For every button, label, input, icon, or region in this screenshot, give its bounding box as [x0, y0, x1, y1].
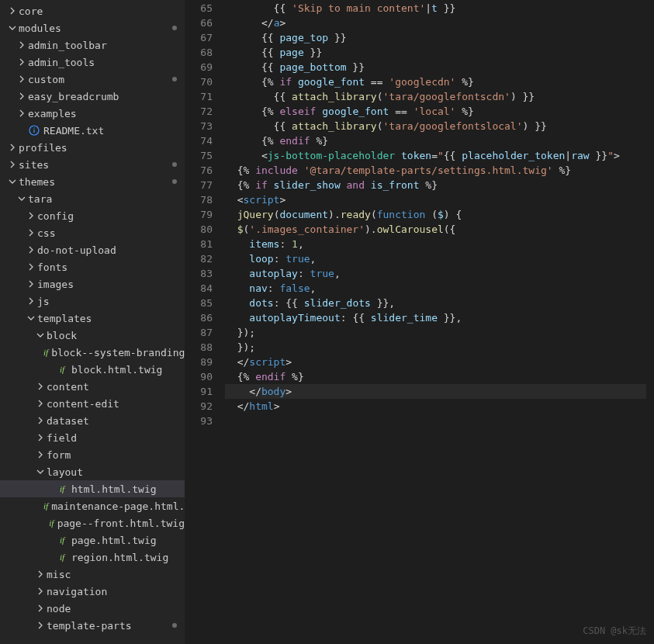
file-item[interactable]: README.txt — [0, 122, 185, 139]
code-line[interactable]: }); — [225, 340, 646, 355]
code-line[interactable]: nav: false, — [225, 281, 646, 296]
code-line[interactable]: {% endif %} — [225, 133, 646, 148]
folder-item[interactable]: templates — [0, 310, 185, 327]
folder-item[interactable]: layout — [0, 463, 185, 480]
folder-item[interactable]: modules — [0, 19, 185, 36]
chevron-down-icon[interactable] — [6, 24, 19, 32]
code-line[interactable]: {% if slider_show and is_front %} — [225, 178, 646, 192]
file-item[interactable]: ifhtml.html.twig — [0, 480, 185, 497]
folder-item[interactable]: navigation — [0, 583, 185, 600]
chevron-down-icon[interactable] — [34, 331, 47, 339]
folder-item[interactable]: form — [0, 446, 185, 463]
code-line[interactable]: {% endif %} — [225, 369, 646, 384]
folder-item[interactable]: config — [0, 207, 185, 224]
folder-item[interactable]: css — [0, 224, 185, 241]
folder-item[interactable]: template-parts — [0, 617, 185, 634]
chevron-right-icon[interactable] — [6, 144, 19, 151]
chevron-right-icon[interactable] — [16, 75, 28, 83]
chevron-down-icon[interactable] — [16, 195, 28, 203]
code-line[interactable]: <js-bottom-placeholder token="{{ placeho… — [225, 148, 646, 163]
code-line[interactable]: items: 1, — [225, 237, 646, 251]
folder-item[interactable]: custom — [0, 71, 185, 88]
chevron-right-icon[interactable] — [25, 280, 37, 288]
folder-item[interactable]: js — [0, 293, 185, 310]
chevron-right-icon[interactable] — [34, 587, 47, 595]
chevron-right-icon[interactable] — [34, 570, 47, 578]
code-line[interactable]: </html> — [225, 399, 646, 414]
code-line[interactable]: </script> — [225, 355, 646, 369]
folder-item[interactable]: do-not-upload — [0, 241, 185, 258]
chevron-right-icon[interactable] — [25, 263, 37, 271]
folder-item[interactable]: block — [0, 327, 185, 344]
chevron-right-icon[interactable] — [16, 41, 28, 49]
folder-item[interactable]: images — [0, 275, 185, 293]
folder-item[interactable]: admin_toolbar — [0, 36, 185, 54]
file-item[interactable]: ifmaintenance-page.html.twig — [0, 497, 185, 514]
file-item[interactable]: ifpage--front.html.twig — [0, 514, 185, 531]
folder-item[interactable]: core — [0, 2, 185, 19]
code-line[interactable]: autoplay: true, — [225, 266, 646, 281]
code-line[interactable]: jQuery(document).ready(function ($) { — [225, 207, 646, 222]
chevron-right-icon[interactable] — [34, 451, 47, 459]
chevron-right-icon[interactable] — [34, 400, 47, 407]
code-line[interactable]: {{ page }} — [225, 45, 646, 60]
folder-item[interactable]: sites — [0, 156, 185, 173]
code-line[interactable]: {{ page_bottom }} — [225, 60, 646, 74]
code-line[interactable]: $('.images_container').owlCarousel({ — [225, 222, 646, 237]
folder-item[interactable]: field — [0, 429, 185, 446]
code-line[interactable]: {{ 'Skip to main content'|t }} — [225, 1, 646, 16]
tree-item-label: fonts — [37, 261, 67, 273]
folder-item[interactable]: tara — [0, 190, 185, 207]
chevron-right-icon[interactable] — [34, 604, 47, 612]
chevron-right-icon[interactable] — [34, 434, 47, 441]
folder-item[interactable]: admin_tools — [0, 54, 185, 71]
code-line[interactable]: loop: true, — [225, 251, 646, 266]
folder-item[interactable]: misc — [0, 566, 185, 583]
chevron-right-icon[interactable] — [25, 297, 37, 305]
folder-item[interactable]: dataset — [0, 412, 185, 429]
chevron-down-icon[interactable] — [25, 314, 37, 322]
code-line[interactable]: {% include '@tara/template-parts/setting… — [225, 163, 646, 178]
folder-item[interactable]: themes — [0, 173, 185, 190]
folder-item[interactable]: content-edit — [0, 395, 185, 412]
chevron-right-icon[interactable] — [16, 92, 28, 100]
chevron-down-icon[interactable] — [6, 178, 19, 185]
chevron-right-icon[interactable] — [6, 7, 19, 15]
folder-item[interactable]: fonts — [0, 258, 185, 275]
code-line[interactable]: {% elseif google_font == 'local' %} — [225, 104, 646, 119]
chevron-right-icon[interactable] — [34, 417, 47, 424]
file-item[interactable]: ifregion.html.twig — [0, 549, 185, 566]
chevron-right-icon[interactable] — [16, 58, 28, 66]
code-line[interactable]: </a> — [225, 16, 646, 30]
folder-item[interactable]: examples — [0, 105, 185, 122]
folder-item[interactable]: content — [0, 378, 185, 395]
code-line[interactable]: {% if google_font == 'googlecdn' %} — [225, 74, 646, 89]
folder-item[interactable]: node — [0, 600, 185, 617]
chevron-right-icon[interactable] — [34, 383, 47, 390]
code-line[interactable]: {{ attach_library('tara/googlefontscdn')… — [225, 89, 646, 104]
code-content[interactable]: {{ 'Skip to main content'|t }} </a> {{ p… — [225, 0, 646, 644]
code-line[interactable]: autoplayTimeout: {{ slider_time }}, — [225, 310, 646, 325]
editor-scrollbar[interactable] — [646, 0, 654, 644]
chevron-down-icon[interactable] — [34, 468, 47, 476]
code-line[interactable]: <script> — [225, 192, 646, 207]
code-line[interactable]: {{ page_top }} — [225, 30, 646, 45]
chevron-right-icon[interactable] — [25, 212, 37, 220]
folder-item[interactable]: profiles — [0, 139, 185, 156]
file-item[interactable]: ifpage.html.twig — [0, 531, 185, 549]
code-line[interactable]: dots: {{ slider_dots }}, — [225, 296, 646, 310]
file-explorer-sidebar[interactable]: coremodulesadmin_toolbaradmin_toolscusto… — [0, 0, 185, 644]
code-line[interactable] — [225, 414, 646, 428]
chevron-right-icon[interactable] — [25, 229, 37, 237]
chevron-right-icon[interactable] — [6, 161, 19, 168]
folder-item[interactable]: easy_breadcrumb — [0, 88, 185, 105]
code-line[interactable]: </body> — [225, 384, 646, 399]
code-line[interactable]: }); — [225, 325, 646, 340]
chevron-right-icon[interactable] — [25, 246, 37, 254]
code-editor[interactable]: 6566676869707172737475767778798081828384… — [185, 0, 654, 644]
file-item[interactable]: ifblock.html.twig — [0, 361, 185, 378]
chevron-right-icon[interactable] — [16, 109, 28, 117]
chevron-right-icon[interactable] — [34, 621, 47, 629]
code-line[interactable]: {{ attach_library('tara/googlefontslocal… — [225, 119, 646, 133]
file-item[interactable]: ifblock--system-branding-blo... — [0, 344, 185, 361]
